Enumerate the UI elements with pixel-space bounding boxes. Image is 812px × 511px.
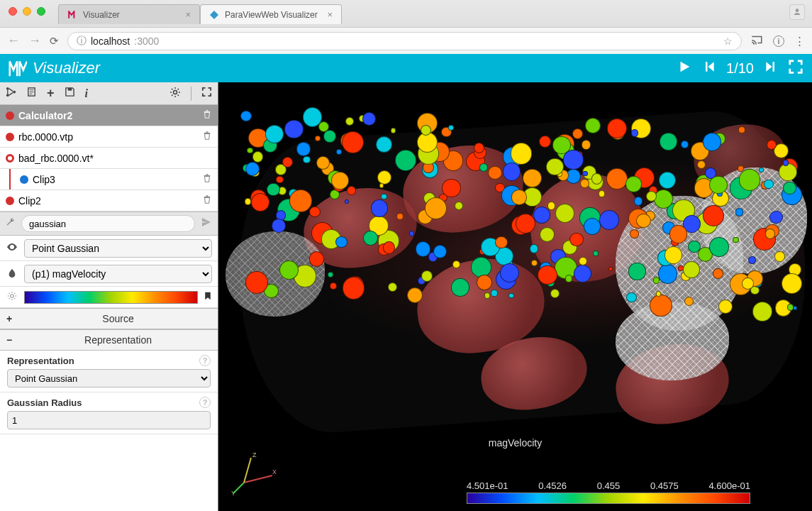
scalarbar-ticks: 4.501e-01 0.4526 0.455 0.4575 4.600e-01 (467, 480, 750, 491)
tab-close-icon[interactable]: × (327, 9, 333, 20)
sidebar-toolbar: + i (0, 82, 218, 105)
minimize-window-button[interactable] (23, 7, 31, 16)
pipeline-item-label: bad_rbc.0000.vt* (18, 153, 212, 164)
extensions-icon[interactable]: i (773, 35, 784, 47)
delete-icon[interactable] (202, 194, 212, 207)
tab-close-icon[interactable]: × (185, 9, 191, 20)
app-title: Visualizer (33, 59, 100, 77)
svg-point-1 (6, 94, 9, 97)
visibility-dot-icon[interactable] (20, 175, 28, 184)
svg-point-2 (13, 91, 16, 94)
section-representation[interactable]: − Representation (0, 329, 218, 351)
reset-camera-icon[interactable] (201, 87, 212, 100)
tick-label: 0.455 (597, 480, 621, 491)
gear-icon[interactable] (6, 291, 18, 304)
delete-icon[interactable] (202, 131, 212, 143)
window-controls (9, 7, 45, 16)
app-logo: Visualizer (9, 59, 100, 77)
delete-icon[interactable] (202, 173, 212, 185)
orientation-axes[interactable]: X Z Y (230, 447, 279, 497)
help-icon[interactable]: ? (199, 397, 211, 408)
info-icon[interactable]: i (85, 87, 88, 100)
pipeline-icon[interactable] (6, 87, 16, 100)
svg-point-0 (6, 87, 9, 90)
save-icon[interactable] (65, 87, 75, 100)
user-profile-button[interactable] (789, 4, 805, 20)
bookmark-star-icon[interactable]: ☆ (723, 35, 733, 47)
frame-total: 10 (738, 60, 754, 76)
filter-row (0, 211, 218, 236)
colormap-preview[interactable] (24, 291, 198, 304)
visualizer-logo-icon (9, 59, 27, 77)
representation-select[interactable]: Point Gaussian (24, 239, 212, 258)
section-source[interactable]: + Source (0, 308, 218, 329)
svg-line-7 (244, 476, 272, 483)
svg-line-8 (244, 458, 251, 483)
forward-button[interactable]: → (28, 33, 41, 48)
prop-gaussian-radius-input[interactable] (7, 411, 211, 429)
user-icon (792, 7, 802, 17)
url-input[interactable]: ⓘ localhost:3000 ☆ (67, 32, 742, 50)
back-button[interactable]: ← (7, 33, 20, 48)
colorby-select[interactable]: (p1) magVelocity (24, 265, 212, 283)
filter-search-input[interactable] (21, 215, 195, 232)
first-frame-button[interactable] (702, 60, 716, 77)
prop-representation-select[interactable]: Point Gaussian (7, 369, 211, 388)
scalarbar-gradient (467, 493, 750, 504)
preset-bookmark-icon[interactable] (204, 291, 212, 304)
render-view[interactable]: X Z Y magVelocity 4.501e-01 0.4526 0.455… (218, 82, 812, 511)
delete-icon[interactable] (202, 109, 212, 121)
prop-label: Representation (7, 356, 74, 366)
tab-favicon-icon (67, 10, 77, 20)
pipeline-item-label: Clip3 (33, 174, 198, 185)
menu-icon[interactable]: ⋮ (794, 35, 805, 48)
settings-icon[interactable] (169, 87, 181, 101)
wrench-icon (6, 217, 16, 230)
visibility-dot-icon[interactable] (6, 133, 14, 141)
playback-controls: 1/10 (677, 59, 803, 78)
reload-button[interactable]: ⟳ (50, 35, 59, 48)
frame-counter: 1/10 (726, 60, 754, 77)
pipeline-item[interactable]: Calculator2 (0, 105, 218, 126)
drop-icon[interactable] (6, 268, 18, 280)
add-filter-icon[interactable]: + (47, 86, 55, 101)
prop-gaussian-radius: Gaussian Radius ? (0, 392, 218, 434)
files-icon[interactable] (26, 87, 37, 100)
browser-tab[interactable]: ParaViewWeb Visualizer × (200, 4, 342, 24)
play-button[interactable] (677, 59, 692, 78)
prop-label: Gaussian Radius (7, 397, 82, 408)
tick-label: 4.501e-01 (467, 480, 508, 491)
tick-label: 4.600e-01 (708, 480, 750, 491)
visibility-dot-icon[interactable] (6, 154, 14, 163)
pipeline-item[interactable]: Clip2 (0, 190, 218, 211)
browser-chrome: Visualizer × ParaViewWeb Visualizer × ← … (0, 0, 812, 54)
site-info-icon[interactable]: ⓘ (77, 35, 87, 48)
prop-representation: Representation ? Point Gaussian (0, 351, 218, 392)
eye-icon[interactable] (6, 241, 18, 256)
fullscreen-button[interactable] (788, 59, 803, 78)
scalarbar-title: magVelocity (489, 437, 542, 449)
pipeline-item[interactable]: rbc.0000.vtp (0, 126, 218, 148)
close-window-button[interactable] (9, 7, 17, 16)
help-icon[interactable]: ? (199, 355, 211, 366)
pipeline-item[interactable]: Clip3 (0, 169, 218, 190)
maximize-window-button[interactable] (37, 7, 45, 16)
svg-text:Y: Y (231, 490, 235, 497)
address-bar: ← → ⟳ ⓘ localhost:3000 ☆ i ⋮ (0, 27, 812, 54)
pipeline-item[interactable]: bad_rbc.0000.vt* (0, 148, 218, 169)
main-area: + i Calculator2 rbc.0000.vtp bad_rbc.000… (0, 82, 812, 511)
cast-icon[interactable] (750, 33, 763, 48)
visibility-dot-icon[interactable] (6, 197, 14, 205)
tick-label: 0.4575 (650, 480, 679, 491)
pipeline-item-label: Calculator2 (18, 110, 198, 121)
last-frame-button[interactable] (764, 60, 778, 77)
sidebar: + i Calculator2 rbc.0000.vtp bad_rbc.000… (0, 82, 218, 511)
browser-tab[interactable]: Visualizer × (58, 4, 200, 24)
svg-rect-4 (67, 88, 72, 91)
apply-filter-icon[interactable] (201, 216, 212, 231)
svg-point-5 (174, 90, 177, 94)
scalarbar[interactable]: 4.501e-01 0.4526 0.455 0.4575 4.600e-01 (467, 480, 750, 504)
svg-text:X: X (272, 468, 277, 476)
visibility-dot-icon[interactable] (6, 111, 14, 120)
svg-point-6 (11, 294, 13, 297)
